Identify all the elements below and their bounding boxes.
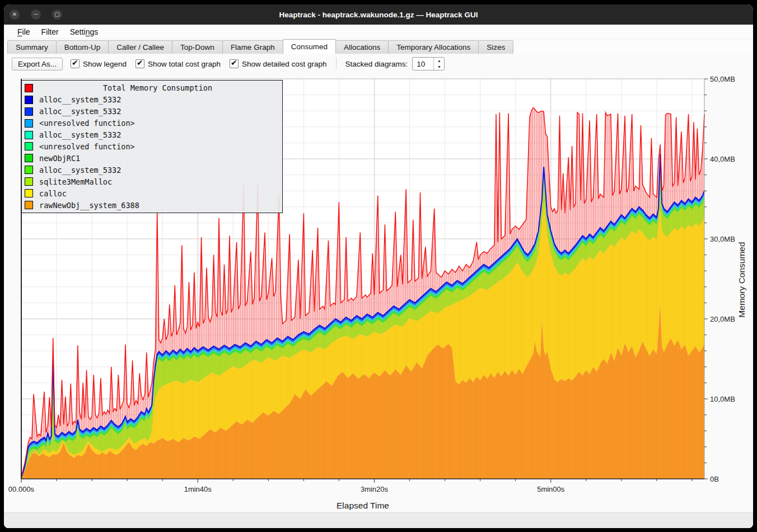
legend-swatch [25, 131, 33, 139]
svg-text:Elapsed Time: Elapsed Time [337, 501, 389, 510]
svg-text:20,0MB: 20,0MB [710, 315, 735, 323]
svg-text:10,0MB: 10,0MB [710, 395, 735, 403]
app-window: 0B10,0MB20,0MB30,0MB40,0MB50,0MB00.000s1… [4, 4, 753, 528]
legend-swatch [25, 84, 33, 92]
legend-item: alloc__system_5332 [22, 106, 282, 117]
legend-label: alloc__system_5332 [39, 95, 121, 104]
legend-swatch [25, 189, 33, 197]
svg-text:00.000s: 00.000s [8, 485, 35, 493]
legend-item: alloc__system_5332 [22, 164, 282, 176]
legend-item: alloc__system_5332 [22, 94, 282, 106]
legend-item: <unresolved function> [22, 141, 282, 153]
legend-item: sqlite3MemMalloc [22, 176, 282, 187]
legend-label: rawNewObj__system_6388 [39, 201, 139, 210]
svg-text:30,0MB: 30,0MB [710, 235, 735, 243]
legend-label: calloc [39, 189, 67, 198]
legend-title-row: Total Memory Consumption [22, 82, 282, 94]
legend-item: calloc [22, 187, 282, 199]
svg-text:5min00s: 5min00s [537, 485, 565, 493]
chart-legend: Total Memory Consumptionalloc__system_53… [21, 80, 283, 213]
legend-swatch [25, 119, 33, 128]
legend-swatch [25, 177, 33, 186]
legend-swatch [25, 154, 33, 162]
legend-label: alloc__system_5332 [39, 107, 121, 116]
legend-label: sqlite3MemMalloc [39, 177, 112, 186]
legend-item: <unresolved function> [22, 117, 282, 129]
legend-label: <unresolved function> [39, 142, 135, 151]
svg-text:1min40s: 1min40s [184, 485, 212, 493]
legend-label: alloc__system_5332 [39, 166, 121, 175]
legend-swatch [25, 166, 33, 174]
legend-swatch [25, 107, 33, 116]
legend-item: alloc__system_5332 [22, 129, 282, 141]
svg-text:3min20s: 3min20s [361, 485, 389, 493]
legend-swatch [25, 142, 33, 150]
legend-swatch [25, 96, 33, 104]
svg-text:50,0MB: 50,0MB [710, 75, 735, 83]
legend-label: <unresolved function> [39, 119, 135, 128]
legend-swatch [25, 201, 33, 209]
tab-consumed[interactable]: Consumed [283, 39, 336, 54]
svg-text:40,0MB: 40,0MB [710, 155, 735, 163]
legend-label: Total Memory Consumption [33, 83, 282, 92]
svg-text:0B: 0B [710, 475, 719, 483]
legend-item: newObjRC1 [22, 152, 282, 164]
legend-label: alloc__system_5332 [39, 130, 121, 139]
legend-item: rawNewObj__system_6388 [22, 199, 282, 211]
legend-label: newObjRC1 [39, 154, 80, 163]
svg-text:Memory Consumed: Memory Consumed [737, 242, 746, 317]
